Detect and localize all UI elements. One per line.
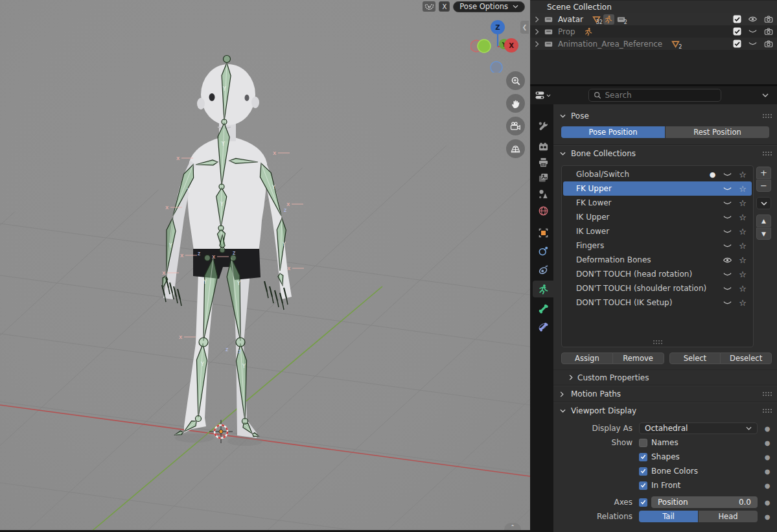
animate-decorator[interactable]: ● — [761, 513, 773, 520]
expand-chevron-icon[interactable] — [533, 29, 540, 35]
add-collection-button[interactable]: + — [756, 167, 771, 179]
move-collection-down-button[interactable]: ▼ — [756, 227, 771, 240]
pose-panel-header[interactable]: Pose — [553, 108, 777, 124]
bone-collection-row[interactable]: IK Lower☆ — [563, 224, 752, 238]
tail-button[interactable]: Tail — [639, 511, 698, 522]
bone-collection-row[interactable]: Global/Switch●☆ — [563, 167, 752, 181]
exclude-checkbox[interactable] — [732, 27, 742, 36]
select-button[interactable]: Select — [669, 353, 721, 364]
pose-position-button[interactable]: Pose Position — [561, 126, 665, 138]
sidebar-collapse-arrow[interactable]: ❮ — [520, 21, 529, 34]
solo-star-icon[interactable]: ☆ — [739, 199, 747, 207]
head-button[interactable]: Head — [699, 511, 758, 522]
tab-bone-constraints[interactable] — [533, 318, 553, 335]
timeline-expand-chevron[interactable]: ⌃ — [504, 523, 521, 530]
custom-properties-header[interactable]: Custom Properties — [553, 369, 777, 385]
viewport-display-panel-header[interactable]: Viewport Display — [553, 403, 777, 419]
bone-collection-row[interactable]: FK Upper☆ — [563, 181, 752, 196]
names-checkbox[interactable] — [639, 439, 647, 447]
bone-collection-row[interactable]: Deformation Bones☆ — [563, 253, 752, 267]
animate-decorator[interactable]: ● — [761, 439, 773, 446]
bone-collections-panel-header[interactable]: Bone Collections — [553, 146, 777, 161]
properties-search[interactable] — [588, 89, 721, 102]
mirror-x-button[interactable]: X — [439, 1, 450, 12]
armature-icon[interactable] — [583, 27, 594, 37]
zoom-button[interactable] — [506, 71, 525, 90]
camera-view-button[interactable] — [506, 117, 525, 135]
list-resize-grip[interactable] — [653, 340, 663, 344]
in-front-checkbox[interactable] — [639, 481, 647, 490]
animate-decorator[interactable]: ● — [761, 499, 773, 506]
mesh-data-icon[interactable]: 32 — [591, 14, 602, 25]
tab-object-data[interactable] — [533, 281, 553, 297]
outliner-row[interactable]: Prop — [530, 25, 777, 38]
eye-closed-icon[interactable] — [721, 229, 733, 235]
solo-star-icon[interactable]: ☆ — [739, 256, 747, 264]
motion-paths-panel-header[interactable]: Motion Paths — [553, 386, 777, 402]
solo-star-icon[interactable]: ☆ — [739, 284, 747, 293]
solo-star-icon[interactable]: ☆ — [739, 242, 747, 250]
bone-collection-row[interactable]: IK Upper☆ — [563, 210, 752, 224]
bone-collection-row[interactable]: DON'T TOUCH (head rotation)☆ — [563, 267, 752, 281]
navigation-gizmo[interactable]: Y Z X — [470, 18, 521, 73]
animate-decorator[interactable]: ● — [761, 482, 773, 489]
exclude-checkbox[interactable] — [732, 15, 742, 23]
pan-button[interactable] — [506, 94, 525, 113]
eye-closed-icon[interactable] — [721, 300, 733, 306]
solo-star-icon[interactable]: ☆ — [739, 270, 747, 279]
panel-drag-handle[interactable] — [762, 151, 772, 157]
solo-dot-icon[interactable]: ● — [710, 170, 716, 179]
viewport-scene[interactable]: xxxxxxxxxzzzzzYYYYYYYYYYY — [0, 0, 530, 532]
eye-closed-icon[interactable] — [748, 29, 758, 34]
tab-tool[interactable] — [533, 117, 553, 134]
eye-closed-icon[interactable] — [721, 286, 733, 292]
tab-output[interactable] — [533, 154, 553, 170]
editor-type-button[interactable] — [535, 90, 551, 100]
camera-visibility-icon[interactable] — [763, 27, 773, 36]
assign-button[interactable]: Assign — [561, 353, 613, 364]
solo-star-icon[interactable]: ☆ — [739, 227, 747, 236]
outliner-row[interactable]: Avatar322 — [530, 13, 777, 25]
viewport-3d[interactable]: xxxxxxxxxzzzzzYYYYYYYYYYY X Pose Options… — [0, 0, 530, 532]
bone-collection-row[interactable]: FK Lower☆ — [563, 196, 752, 210]
x-mirror-icon[interactable] — [423, 1, 435, 12]
move-collection-up-button[interactable]: ▲ — [756, 214, 771, 227]
solo-star-icon[interactable]: ☆ — [739, 170, 747, 179]
header-options-button[interactable] — [758, 93, 772, 97]
animate-decorator[interactable]: ● — [761, 454, 773, 461]
collection-specials-button[interactable] — [756, 197, 771, 209]
exclude-checkbox[interactable] — [732, 40, 742, 48]
bone-colors-checkbox[interactable] — [639, 467, 647, 476]
expand-chevron-icon[interactable] — [533, 41, 540, 47]
outliner-row-scene-collection[interactable]: Scene Collection — [530, 1, 777, 13]
remove-button[interactable]: Remove — [612, 353, 664, 364]
eye-closed-icon[interactable] — [721, 186, 733, 192]
tab-scene[interactable] — [533, 185, 553, 202]
panel-drag-handle[interactable] — [762, 391, 772, 397]
camera-visibility-icon[interactable] — [763, 15, 773, 23]
eye-closed-icon[interactable] — [721, 172, 733, 178]
panel-drag-handle[interactable] — [762, 408, 772, 414]
toggle-projection-button[interactable] — [506, 139, 525, 158]
bone-collection-row[interactable]: Fingers☆ — [563, 238, 752, 253]
axes-position-slider[interactable]: Position 0.0 — [651, 496, 758, 508]
deselect-button[interactable]: Deselect — [720, 353, 772, 364]
panel-drag-handle[interactable] — [762, 113, 772, 119]
solo-star-icon[interactable]: ☆ — [739, 185, 747, 193]
eye-open-icon[interactable] — [721, 257, 733, 264]
animate-decorator[interactable]: ● — [761, 425, 773, 432]
mesh-data-icon[interactable]: 2 — [670, 39, 681, 49]
bone-collection-row[interactable]: DON'T TOUCH (IK Setup)☆ — [563, 295, 752, 310]
display-as-dropdown[interactable]: Octahedral — [639, 422, 758, 434]
tab-object[interactable] — [533, 224, 553, 241]
tab-physics[interactable] — [533, 242, 553, 259]
tab-view-layer[interactable] — [533, 169, 553, 186]
camera-visibility-icon[interactable] — [763, 40, 773, 48]
bone-collection-row[interactable]: DON'T TOUCH (shoulder rotation)☆ — [563, 281, 752, 295]
search-input[interactable] — [605, 91, 696, 100]
axes-checkbox[interactable] — [639, 498, 647, 507]
eye-closed-icon[interactable] — [721, 243, 733, 249]
outliner-row[interactable]: Animation_Area_Reference2 — [530, 38, 777, 50]
expand-chevron-icon[interactable] — [533, 16, 540, 23]
animate-decorator[interactable]: ● — [761, 468, 773, 475]
